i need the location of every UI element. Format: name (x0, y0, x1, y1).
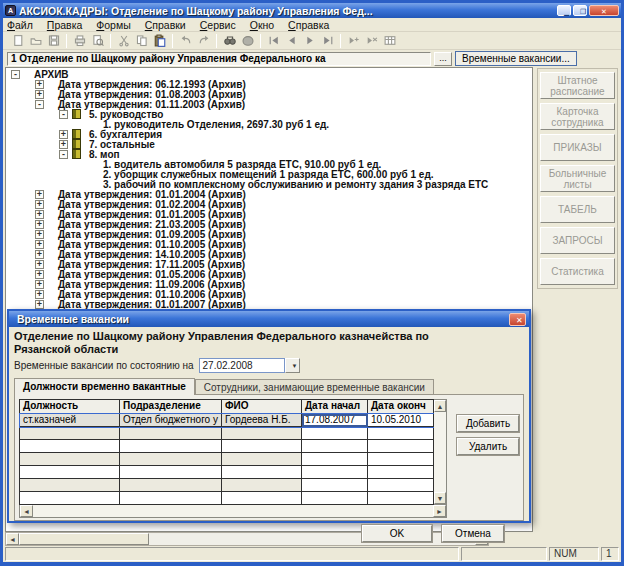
tree-item[interactable]: +Дата утверждения: 21.03.2005 (Архив) (6, 219, 532, 229)
date-combo[interactable]: 27.02.2008 ▼ (199, 358, 300, 373)
expand-icon[interactable]: + (35, 240, 44, 249)
table-cell[interactable] (20, 453, 120, 466)
preview-icon[interactable] (89, 33, 106, 48)
table-cell[interactable] (120, 479, 222, 492)
table-cell[interactable] (302, 427, 368, 440)
date-field[interactable]: 27.02.2008 (199, 358, 285, 373)
table-row-empty[interactable] (20, 427, 434, 440)
queries-button[interactable]: ЗАПРОСЫ (540, 227, 615, 254)
column-header[interactable]: Подразделение (120, 400, 222, 414)
tree-item[interactable]: -Дата утверждения: 01.11.2003 (Архив) (6, 99, 532, 109)
sick-leave-button[interactable]: Больничные листы (540, 165, 615, 192)
expand-icon[interactable]: + (35, 220, 44, 229)
table-cell[interactable] (222, 427, 302, 440)
tree-item[interactable]: 1. руководитель Отделения, 2697.30 руб 1… (6, 119, 532, 129)
collapse-icon[interactable]: - (59, 110, 68, 119)
tab-employees[interactable]: Сотрудники, занимающие временные ваканси… (195, 379, 434, 394)
menu-file[interactable]: Файл (7, 19, 33, 31)
expand-icon[interactable]: + (35, 270, 44, 279)
table-cell[interactable] (368, 479, 434, 492)
collapse-icon[interactable]: - (35, 100, 44, 109)
tree-item[interactable]: +Дата утверждения: 01.01.2007 (Архив) (6, 299, 532, 309)
table-cell[interactable] (368, 466, 434, 479)
undo-icon[interactable] (177, 33, 194, 48)
table-cell[interactable]: ст.казначей (20, 414, 120, 427)
expand-icon[interactable]: + (35, 300, 44, 309)
prev-record-icon[interactable] (283, 33, 300, 48)
menu-service[interactable]: Сервис (200, 19, 236, 31)
column-header[interactable]: Дата начал (302, 400, 368, 414)
table-cell[interactable]: 10.05.2010 (368, 414, 434, 427)
table-cell[interactable] (222, 453, 302, 466)
tree-item[interactable]: +Дата утверждения: 11.09.2006 (Архив) (6, 279, 532, 289)
record-selector-field[interactable]: 1 Отделение по Шацкому району Управления… (7, 52, 431, 66)
column-header[interactable]: Дата оконч (368, 400, 434, 414)
tree-item[interactable]: +Дата утверждения: 01.08.2003 (Архив) (6, 89, 532, 99)
table-cell[interactable] (20, 427, 120, 440)
table-cell[interactable] (120, 440, 222, 453)
temporary-vacancies-button[interactable]: Временные вакансии... (455, 51, 577, 66)
menu-window[interactable]: Окно (250, 19, 274, 31)
sphere-icon[interactable] (239, 33, 256, 48)
tree-item[interactable]: +Дата утверждения: 01.05.2006 (Архив) (6, 269, 532, 279)
delete-button[interactable]: Удалить (457, 438, 519, 455)
table-cell[interactable]: Гордеева Н.Б. (222, 414, 302, 427)
timesheet-button[interactable]: ТАБЕЛЬ (540, 196, 615, 223)
table-cell[interactable] (20, 492, 120, 505)
scroll-up-icon[interactable]: ▲ (434, 400, 446, 412)
menu-help[interactable]: Справка (288, 19, 329, 31)
paste-icon[interactable] (151, 33, 168, 48)
scroll-right-icon[interactable]: ► (433, 505, 446, 517)
table-cell[interactable] (120, 453, 222, 466)
minimize-button[interactable]: ▁ (557, 5, 571, 16)
tree-item[interactable]: +Дата утверждения: 01.02.2004 (Архив) (6, 199, 532, 209)
table-cell[interactable] (368, 453, 434, 466)
collapse-icon[interactable]: - (11, 70, 20, 79)
close-button[interactable]: ✕ (589, 5, 619, 16)
scroll-down-icon[interactable]: ▼ (434, 492, 446, 504)
table-cell[interactable] (222, 440, 302, 453)
tree-item[interactable]: +Дата утверждения: 01.10.2005 (Архив) (6, 239, 532, 249)
find-icon[interactable] (221, 33, 238, 48)
maximize-button[interactable]: ❐ (573, 5, 587, 16)
scroll-left-icon[interactable]: ◄ (20, 505, 33, 517)
insert-record-icon[interactable] (345, 33, 362, 48)
dialog-close-button[interactable]: ✕ (509, 313, 526, 326)
last-record-icon[interactable] (319, 33, 336, 48)
orders-button[interactable]: ПРИКАЗЫ (540, 134, 615, 161)
first-record-icon[interactable] (265, 33, 282, 48)
table-cell[interactable]: 17.08.2007 (302, 414, 368, 427)
table-horizontal-scrollbar[interactable]: ◄ ► (19, 505, 447, 518)
table-row[interactable]: ст.казначейОтдел бюджетного уГордеева Н.… (20, 414, 434, 427)
tree-item[interactable]: +Дата утверждения: 01.01.2005 (Архив) (6, 209, 532, 219)
table-cell[interactable] (302, 466, 368, 479)
expand-icon[interactable]: + (35, 250, 44, 259)
table-cell[interactable]: Отдел бюджетного у (120, 414, 222, 427)
table-cell[interactable] (368, 440, 434, 453)
tree-item[interactable]: 2. уборщик служебных помещений 1 разряда… (6, 169, 532, 179)
tree-item[interactable]: +7. остальные (6, 139, 532, 149)
save-icon[interactable] (45, 33, 62, 48)
tree-item[interactable]: +Дата утверждения: 17.11.2005 (Архив) (6, 259, 532, 269)
tree-item[interactable]: +6. бухгалтерия (6, 129, 532, 139)
expand-icon[interactable]: + (35, 280, 44, 289)
ok-button[interactable]: OK (362, 525, 432, 542)
table-cell[interactable] (222, 479, 302, 492)
tree-item[interactable]: -8. моп (6, 149, 532, 159)
table-cell[interactable] (222, 466, 302, 479)
table-cell[interactable] (368, 427, 434, 440)
redo-icon[interactable] (195, 33, 212, 48)
table-row-empty[interactable] (20, 453, 434, 466)
copy-icon[interactable] (133, 33, 150, 48)
delete-record-icon[interactable] (363, 33, 380, 48)
next-record-icon[interactable] (301, 33, 318, 48)
tree-item[interactable]: -АРХИВ (6, 69, 532, 79)
collapse-icon[interactable]: - (59, 150, 68, 159)
table-cell[interactable] (20, 479, 120, 492)
table-cell[interactable] (302, 453, 368, 466)
table-cell[interactable] (120, 492, 222, 505)
tree-item[interactable]: 3. рабочий по комплексному обслуживанию … (6, 179, 532, 189)
tree-item[interactable]: +Дата утверждения: 14.10.2005 (Архив) (6, 249, 532, 259)
column-header[interactable]: Должность (20, 400, 120, 414)
statistics-button[interactable]: Статистика (540, 258, 615, 285)
